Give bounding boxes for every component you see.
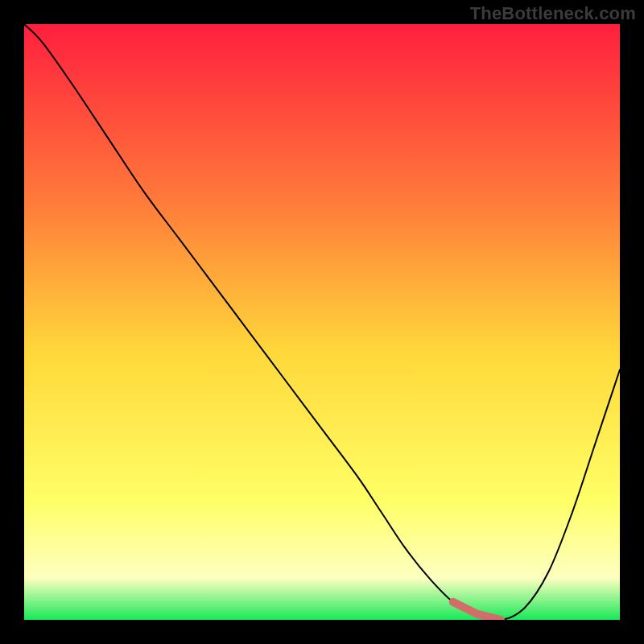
watermark-text: TheBottleneck.com bbox=[470, 3, 636, 24]
chart-stage: TheBottleneck.com bbox=[0, 0, 644, 644]
bottleneck-chart bbox=[24, 24, 620, 620]
gradient-background bbox=[24, 24, 620, 620]
